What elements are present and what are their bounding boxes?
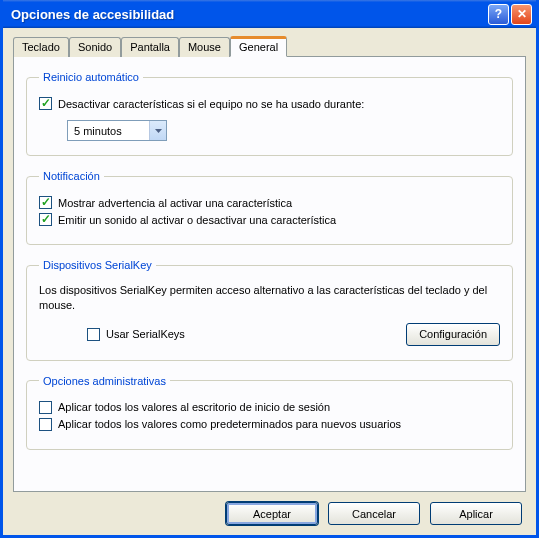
checkbox-warning[interactable]	[39, 196, 52, 209]
idle-time-dropdown[interactable]: 5 minutos	[67, 120, 167, 141]
group-legend: Notificación	[39, 170, 104, 182]
window-title: Opciones de accesibilidad	[11, 7, 486, 22]
group-notification: Notificación Mostrar advertencia al acti…	[26, 170, 513, 245]
group-legend: Opciones administrativas	[39, 375, 170, 387]
ok-button[interactable]: Aceptar	[226, 502, 318, 525]
group-automatic-reset: Reinicio automático Desactivar caracterí…	[26, 71, 513, 156]
dialog-button-bar: Aceptar Cancelar Aplicar	[13, 492, 526, 525]
group-legend: Reinicio automático	[39, 71, 143, 83]
titlebar: Opciones de accesibilidad ? ✕	[3, 0, 536, 28]
checkbox-label: Desactivar características si el equipo …	[58, 98, 364, 110]
tab-label: Sonido	[78, 41, 112, 53]
checkbox-label: Usar SerialKeys	[106, 328, 185, 340]
button-label: Cancelar	[352, 508, 396, 520]
button-label: Aceptar	[253, 508, 291, 520]
apply-button[interactable]: Aplicar	[430, 502, 522, 525]
checkbox-use-serialkeys[interactable]	[87, 328, 100, 341]
checkbox-apply-newusers[interactable]	[39, 418, 52, 431]
tab-teclado[interactable]: Teclado	[13, 37, 69, 57]
serialkey-description: Los dispositivos SerialKey permiten acce…	[39, 283, 500, 313]
cancel-button[interactable]: Cancelar	[328, 502, 420, 525]
tab-label: Pantalla	[130, 41, 170, 53]
close-icon[interactable]: ✕	[511, 4, 532, 25]
button-label: Configuración	[419, 328, 487, 340]
group-serialkey: Dispositivos SerialKey Los dispositivos …	[26, 259, 513, 361]
tab-sonido[interactable]: Sonido	[69, 37, 121, 57]
tabstrip: Teclado Sonido Pantalla Mouse General	[13, 36, 526, 56]
checkbox-label: Emitir un sonido al activar o desactivar…	[58, 214, 336, 226]
checkbox-turnoff-idle[interactable]	[39, 97, 52, 110]
dialog-window: Opciones de accesibilidad ? ✕ Teclado So…	[0, 0, 539, 538]
svg-marker-0	[155, 129, 162, 133]
checkbox-label: Mostrar advertencia al activar una carac…	[58, 197, 292, 209]
group-legend: Dispositivos SerialKey	[39, 259, 156, 271]
chevron-down-icon[interactable]	[149, 121, 166, 140]
dropdown-value: 5 minutos	[68, 125, 149, 137]
tab-body-general: Reinicio automático Desactivar caracterí…	[13, 56, 526, 492]
settings-button[interactable]: Configuración	[406, 323, 500, 346]
tab-mouse[interactable]: Mouse	[179, 37, 230, 57]
checkbox-label: Aplicar todos los valores como predeterm…	[58, 418, 401, 430]
checkbox-label: Aplicar todos los valores al escritorio …	[58, 401, 330, 413]
client-area: Teclado Sonido Pantalla Mouse General Re…	[3, 28, 536, 535]
tab-pantalla[interactable]: Pantalla	[121, 37, 179, 57]
button-label: Aplicar	[459, 508, 493, 520]
tab-label: General	[239, 41, 278, 53]
tab-label: Mouse	[188, 41, 221, 53]
checkbox-apply-logon[interactable]	[39, 401, 52, 414]
checkbox-sound[interactable]	[39, 213, 52, 226]
group-admin: Opciones administrativas Aplicar todos l…	[26, 375, 513, 450]
help-icon[interactable]: ?	[488, 4, 509, 25]
tab-general[interactable]: General	[230, 36, 287, 57]
tab-label: Teclado	[22, 41, 60, 53]
